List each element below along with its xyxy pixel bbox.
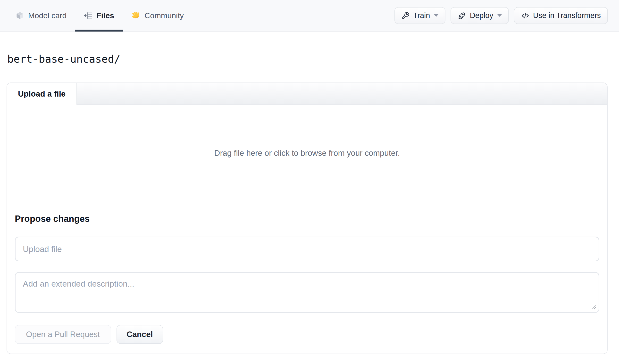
train-button-label: Train <box>413 11 430 20</box>
tab-model-card-label: Model card <box>28 11 67 20</box>
repo-navbar: Model card Files <box>0 0 619 31</box>
commit-title-input[interactable] <box>15 237 599 261</box>
file-dropzone[interactable]: Drag file here or click to browse from y… <box>7 105 607 202</box>
waving-hand-icon <box>131 11 141 20</box>
repo-action-buttons: Train Deploy Use in Tr <box>394 7 608 24</box>
chevron-down-icon <box>434 14 438 17</box>
rocket-icon <box>458 11 466 20</box>
use-in-transformers-button[interactable]: Use in Transformers <box>514 7 608 24</box>
tab-files-label: Files <box>96 11 114 20</box>
tab-upload-a-file-label: Upload a file <box>18 89 66 98</box>
chevron-down-icon <box>497 14 502 17</box>
versions-icon <box>84 11 93 20</box>
deploy-button-label: Deploy <box>470 11 493 20</box>
resize-handle-icon[interactable] <box>591 304 596 310</box>
tab-community-label: Community <box>144 11 184 20</box>
propose-changes-heading: Propose changes <box>15 214 599 224</box>
active-tab-underline <box>75 30 123 31</box>
breadcrumb-path: bert-base-uncased/ <box>7 53 120 65</box>
upload-card: Upload a file Drag file here or click to… <box>7 83 608 354</box>
dropzone-text: Drag file here or click to browse from y… <box>214 149 400 158</box>
tab-files[interactable]: Files <box>84 0 114 31</box>
upload-card-tabstrip: Upload a file <box>7 83 607 105</box>
propose-actions-row: Open a Pull Request Cancel <box>15 325 599 344</box>
description-field-wrapper <box>15 272 599 313</box>
cube-icon <box>15 11 24 20</box>
propose-changes-section: Propose changes Open a Pull Request Canc… <box>7 202 607 354</box>
deploy-button[interactable]: Deploy <box>450 7 509 24</box>
extended-description-textarea[interactable] <box>15 272 599 313</box>
code-icon <box>521 11 529 20</box>
tab-model-card[interactable]: Model card <box>15 0 67 31</box>
use-in-transformers-label: Use in Transformers <box>533 11 601 20</box>
wrench-icon <box>402 12 409 20</box>
tab-upload-a-file[interactable]: Upload a file <box>7 83 77 105</box>
train-button[interactable]: Train <box>394 7 445 24</box>
cancel-button[interactable]: Cancel <box>116 325 163 344</box>
open-pull-request-button[interactable]: Open a Pull Request <box>15 325 111 344</box>
breadcrumb[interactable]: bert-base-uncased/ <box>7 53 619 65</box>
tab-community[interactable]: Community <box>131 0 184 31</box>
